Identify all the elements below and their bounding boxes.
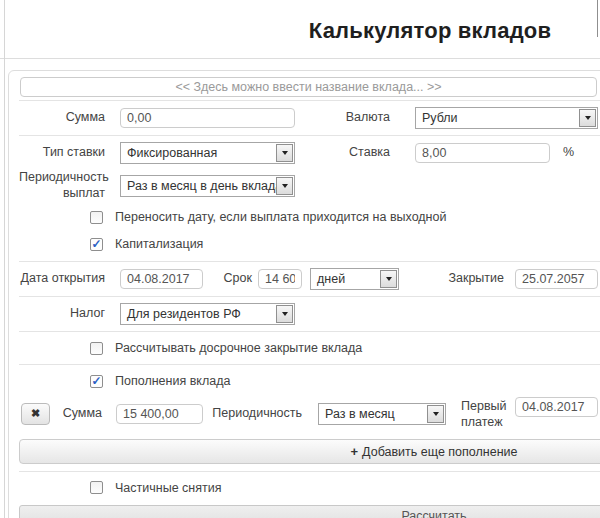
replenishment-amount-label: Сумма xyxy=(50,406,102,422)
term-unit-select[interactable]: дней xyxy=(310,268,399,290)
calculator-panel: Сумма Валюта Рубли Тип ставки Фиксирован… xyxy=(8,70,600,518)
payout-period-value: Раз в месяц в день вклада xyxy=(121,179,276,193)
capitalization-checkbox[interactable] xyxy=(90,238,103,251)
header-divider xyxy=(0,58,600,59)
replenishment-amount-input[interactable] xyxy=(116,404,203,424)
chevron-down-icon xyxy=(427,405,444,423)
replenishment-checkbox[interactable] xyxy=(90,375,103,388)
close-date-label: Закрытие xyxy=(399,271,504,287)
partial-withdrawals-row: Частичные снятия xyxy=(90,481,600,495)
early-close-label: Рассчитывать досрочное закрытие вклада xyxy=(115,341,362,355)
plus-icon: + xyxy=(351,444,359,459)
tax-label: Налог xyxy=(19,306,105,322)
weekend-shift-label: Переносить дату, если выплата приходится… xyxy=(115,210,446,224)
page-left-edge-line xyxy=(4,0,5,518)
capitalization-label: Капитализация xyxy=(115,237,203,251)
separator xyxy=(19,261,600,262)
term-label: Срок xyxy=(203,271,252,287)
chevron-down-icon xyxy=(276,144,293,162)
rate-type-label: Тип ставки xyxy=(19,145,105,161)
dates-row: Дата открытия Срок дней Закрытие xyxy=(19,268,600,290)
payout-period-select[interactable]: Раз в месяц в день вклада xyxy=(120,175,295,197)
calculate-button[interactable]: Рассчитать xyxy=(19,505,600,518)
separator xyxy=(19,364,600,365)
app-viewport: Калькулятор вкладов Сумма Валюта Рубли Т… xyxy=(0,0,600,518)
first-payment-label: Первый платеж xyxy=(461,397,513,430)
early-close-checkbox[interactable] xyxy=(90,342,103,355)
replenishment-toggle-row: Пополнения вклада xyxy=(90,374,600,388)
replenishment-label: Пополнения вклада xyxy=(115,374,230,388)
partial-withdrawals-label: Частичные снятия xyxy=(115,481,221,495)
rate-input[interactable] xyxy=(415,143,550,163)
close-date-input[interactable] xyxy=(515,269,598,289)
rate-type-value: Фиксированная xyxy=(121,146,276,160)
amount-label: Сумма xyxy=(19,110,105,126)
add-replenishment-label: Добавить еще пополнение xyxy=(362,445,517,459)
replenishment-row: ✖ Сумма Периодичность Раз в месяц Первый… xyxy=(19,397,600,430)
page-title: Калькулятор вкладов xyxy=(0,0,600,44)
open-date-label: Дата открытия xyxy=(19,271,105,287)
first-payment-input[interactable] xyxy=(515,397,598,417)
payout-period-row: Периодичность выплат Раз в месяц в день … xyxy=(19,170,600,201)
chevron-down-icon xyxy=(276,305,293,323)
chevron-down-icon xyxy=(380,270,397,288)
tax-select[interactable]: Для резидентов РФ xyxy=(120,303,295,325)
rate-type-row: Тип ставки Фиксированная Ставка % xyxy=(19,142,600,164)
term-unit-value: дней xyxy=(311,272,380,286)
percent-suffix: % xyxy=(563,145,574,161)
replenishment-period-select[interactable]: Раз в месяц xyxy=(318,403,446,425)
currency-label: Валюта xyxy=(295,110,390,126)
term-input[interactable] xyxy=(258,269,302,289)
add-replenishment-button[interactable]: +Добавить еще пополнение xyxy=(19,439,600,464)
separator xyxy=(19,331,600,332)
chevron-down-icon xyxy=(276,177,293,195)
rate-label: Ставка xyxy=(295,145,390,161)
separator xyxy=(19,100,600,101)
weekend-shift-row: Переносить дату, если выплата приходится… xyxy=(90,210,600,224)
deposit-name-input[interactable] xyxy=(20,77,597,97)
amount-currency-row: Сумма Валюта Рубли xyxy=(19,107,600,129)
payout-period-label: Периодичность выплат xyxy=(19,170,105,201)
remove-replenishment-button[interactable]: ✖ xyxy=(21,403,50,425)
currency-select[interactable]: Рубли xyxy=(415,107,598,129)
early-close-row: Рассчитывать досрочное закрытие вклада xyxy=(90,341,600,355)
separator xyxy=(19,471,600,472)
separator xyxy=(19,135,600,136)
page: Калькулятор вкладов Сумма Валюта Рубли Т… xyxy=(0,0,600,518)
separator xyxy=(19,296,600,297)
partial-withdrawals-checkbox[interactable] xyxy=(90,481,103,494)
window-edge-line xyxy=(597,0,598,37)
amount-input[interactable] xyxy=(120,108,295,128)
capitalization-row: Капитализация xyxy=(90,237,600,251)
open-date-input[interactable] xyxy=(120,269,203,289)
rate-type-select[interactable]: Фиксированная xyxy=(120,142,295,164)
currency-value: Рубли xyxy=(416,111,579,125)
chevron-down-icon xyxy=(579,109,596,127)
tax-row: Налог Для резидентов РФ xyxy=(19,303,600,325)
weekend-shift-checkbox[interactable] xyxy=(90,211,103,224)
tax-value: Для резидентов РФ xyxy=(121,307,276,321)
replenishment-period-value: Раз в месяц xyxy=(319,407,427,421)
replenishment-period-label: Периодичность xyxy=(203,406,302,422)
